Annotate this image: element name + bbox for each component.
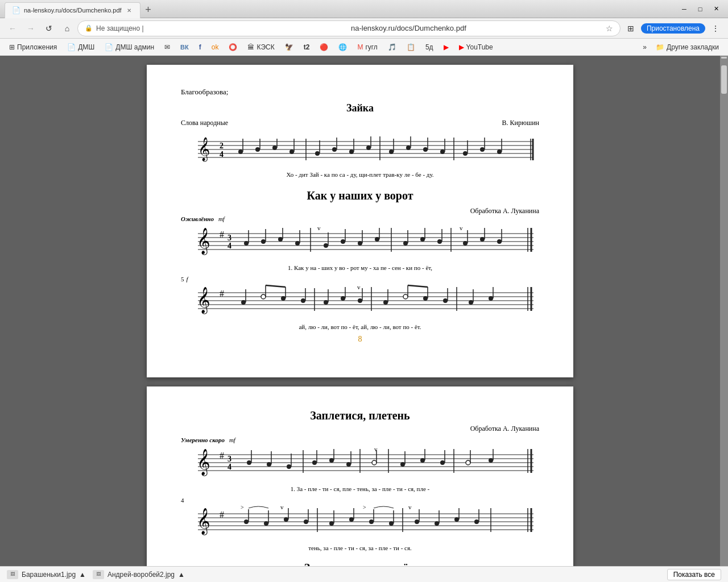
refresh-button[interactable]: ↺ <box>41 20 57 36</box>
bookmark-dmsh-label: ДМШ <box>78 43 94 51</box>
bookmark-fb[interactable]: f <box>195 42 206 52</box>
browser-tab[interactable]: 📄 na-lenskoy.ru/docs/Dumchenko.pdf ✕ <box>5 2 140 18</box>
svg-point-164 <box>489 458 493 463</box>
page-number-1: 8 <box>181 335 539 344</box>
song1-lyrics-text: Хо - дит Зай - ка по са - ду, щи-плет тр… <box>286 171 433 178</box>
svg-text:𝄞: 𝄞 <box>197 508 210 535</box>
song3-lyrics2: тень, за - пле - ти - ся, за - пле - ти … <box>181 544 539 551</box>
song3-tempo: Умеренно скоро <box>181 436 225 443</box>
svg-point-155 <box>400 462 405 467</box>
svg-point-72 <box>403 241 408 246</box>
menu-button[interactable]: ⋮ <box>708 20 723 36</box>
bookmark-yt-icon[interactable]: ▶ <box>439 42 453 52</box>
svg-point-157 <box>420 458 425 463</box>
song2-dynamic2: f <box>187 276 188 282</box>
song3-staff2-svg: 𝄞 # > > v v <box>181 504 539 543</box>
svg-point-28 <box>406 146 411 150</box>
mail-icon: ✉ <box>164 43 170 51</box>
home-button[interactable]: ⌂ <box>59 20 75 36</box>
extensions-button[interactable]: ⊞ <box>623 20 639 36</box>
download-chevron-1[interactable]: ▲ <box>79 571 86 579</box>
bookmark-kesk[interactable]: 🏛 КЭСК <box>243 42 279 52</box>
svg-line-118 <box>408 285 428 287</box>
download-thumb-1: 🖼 <box>7 570 18 579</box>
bookmark-gmail[interactable]: M гугл <box>353 42 382 52</box>
close-button[interactable]: ✕ <box>709 3 723 15</box>
bookmarks-more-button[interactable]: » <box>639 42 650 52</box>
apps-icon: ⊞ <box>9 43 15 51</box>
song1-words-label: Слова народные <box>181 119 228 127</box>
bookmark-mail[interactable]: ✉ <box>160 42 175 52</box>
song2-lyrics1: 1. Как у на - ших у во - рот му - ха пе … <box>181 264 539 271</box>
pdf-container[interactable]: Благообразова; Зайка Слова народные В. К… <box>0 56 720 566</box>
bookmark-youtube[interactable]: ▶ YouTube <box>454 42 498 52</box>
scrollbar-thumb[interactable] <box>721 65 727 94</box>
svg-text:v: v <box>374 446 378 452</box>
svg-point-30 <box>423 147 428 152</box>
bookmark-eagle[interactable]: 🦅 <box>280 42 298 52</box>
svg-point-188 <box>329 521 334 526</box>
svg-point-138 <box>247 460 251 465</box>
bookmark-dmsh-admin[interactable]: 📄 ДМШ админ <box>100 42 159 52</box>
song3-attribution: Обработка А. Луканина <box>181 425 539 433</box>
svg-point-17 <box>315 151 320 156</box>
svg-point-203 <box>474 519 479 524</box>
minimize-button[interactable]: ─ <box>677 3 692 15</box>
eagle-icon: 🦅 <box>285 43 293 51</box>
svg-point-159 <box>440 460 445 465</box>
bookmark-dmsh[interactable]: 📄 ДМШ <box>63 42 99 52</box>
5d-icon: 5д <box>425 43 433 51</box>
svg-point-105 <box>324 300 328 305</box>
show-all-downloads-button[interactable]: Показать все <box>667 569 721 580</box>
download-item-1[interactable]: 🖼 Барашеньки1.jpg ▲ <box>7 570 86 579</box>
bookmark-star-icon[interactable]: ☆ <box>606 24 613 33</box>
bookmark-music[interactable]: 🎵 <box>383 42 401 52</box>
bookmark-circle[interactable]: ⭕ <box>224 42 242 52</box>
address-bar[interactable]: 🔒 Не защищено | na-lenskoy.ru/docs/Dumch… <box>77 20 621 36</box>
tab-area: 📄 na-lenskoy.ru/docs/Dumchenko.pdf ✕ + <box>5 0 156 18</box>
bookmark-red[interactable]: 🔴 <box>315 42 333 52</box>
bookmark-ok[interactable]: ok <box>207 42 224 52</box>
svg-line-101 <box>266 285 286 287</box>
svg-text:v: v <box>460 225 463 231</box>
download-item-2[interactable]: 🖼 Андрей-воробей2.jpg ▲ <box>93 570 185 579</box>
svg-point-35 <box>463 151 468 156</box>
pdf-page-2: Заплетися, плетень Обработка А. Луканина… <box>147 386 573 566</box>
download-chevron-2[interactable]: ▲ <box>178 571 185 579</box>
song2-lyrics2: ай, лю - ли, вот по - ёт, ай, лю - ли, в… <box>181 323 539 330</box>
fb-icon: f <box>199 43 201 51</box>
ok-icon: ok <box>212 43 219 51</box>
svg-point-109 <box>358 298 362 303</box>
svg-point-183 <box>284 517 288 522</box>
svg-point-14 <box>289 149 294 154</box>
tab-close-button[interactable]: ✕ <box>125 6 133 14</box>
forward-button[interactable]: → <box>23 20 39 36</box>
new-tab-button[interactable]: + <box>140 2 156 18</box>
maximize-button[interactable]: □ <box>693 3 708 15</box>
youtube-icon: ▶ <box>459 43 464 51</box>
bookmark-5d[interactable]: 5д <box>421 42 438 52</box>
svg-text:𝄞: 𝄞 <box>197 287 210 314</box>
svg-point-201 <box>454 517 459 522</box>
download-filename-1: Барашеньки1.jpg <box>22 571 76 579</box>
title-bar: 📄 na-lenskoy.ru/docs/Dumchenko.pdf ✕ + ─… <box>0 0 728 18</box>
bookmark-t2[interactable]: t2 <box>299 42 315 52</box>
svg-point-26 <box>389 149 394 154</box>
profile-button[interactable]: Приостановлена <box>641 23 705 34</box>
red-icon: 🔴 <box>320 43 328 51</box>
bookmark-apps[interactable]: ⊞ Приложения <box>5 42 61 52</box>
bookmark-list[interactable]: 📋 <box>402 42 420 52</box>
svg-text:3: 3 <box>228 455 231 463</box>
scrollbar[interactable] <box>720 56 728 566</box>
window-controls: ─ □ ✕ <box>677 3 723 15</box>
bookmark-globe[interactable]: 🌐 <box>334 42 351 52</box>
bookmark-vk[interactable]: ВК <box>176 43 193 52</box>
song1-title: Зайка <box>181 102 539 114</box>
svg-point-197 <box>415 519 419 524</box>
back-button[interactable]: ← <box>5 20 20 36</box>
other-bookmarks-folder[interactable]: 📁 Другие закладки <box>651 42 723 52</box>
svg-point-95 <box>241 300 246 305</box>
svg-text:>: > <box>363 504 366 510</box>
svg-point-192 <box>369 519 374 524</box>
vk-icon: ВК <box>180 44 189 51</box>
